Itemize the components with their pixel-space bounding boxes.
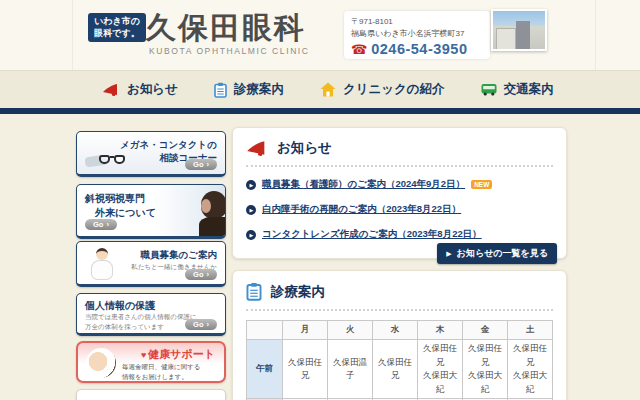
banner-subtitle: 当院では患者さんの個人情報の保護に 万全の体制を採っています bbox=[85, 312, 197, 332]
schedule-cell: 久保田任兄 久保田大紀 bbox=[508, 340, 553, 399]
nurse-illustration bbox=[89, 248, 115, 282]
nurse-photo bbox=[86, 348, 116, 378]
sidebar-banner-privacy[interactable]: 個人情報の保護 当院では患者さんの個人情報の保護に 万全の体制を採っています G… bbox=[76, 293, 226, 336]
clinic-name: 久保田眼科 bbox=[146, 8, 306, 49]
news-more-button[interactable]: ▶ お知らせの一覧を見る bbox=[437, 243, 557, 264]
col-header: 火 bbox=[328, 321, 373, 340]
main-nav: お知らせ 診療案内 クリニックの紹介 交通案内 bbox=[0, 70, 640, 108]
banner-subtitle: 毎週金曜日、健康に関する 情報をお届けします。 bbox=[122, 362, 200, 383]
phone-icon: ☎ bbox=[351, 43, 367, 56]
nav-item-schedule[interactable]: 診療案内 bbox=[214, 81, 284, 98]
schedule-cell: 久保田温子 bbox=[328, 340, 373, 399]
schedule-table: 月 火 水 木 金 土 午前 久保田任兄 久保田温子 久保田任兄 久保田任兄 久… bbox=[246, 320, 553, 400]
clinic-name-en: KUBOTA OPHTHALMIC CLINIC bbox=[149, 46, 310, 56]
section-title: お知らせ bbox=[277, 139, 332, 157]
news-item[interactable]: ▶ 白内障手術の再開のご案内（2023年8月22日） bbox=[246, 203, 553, 216]
go-button[interactable]: Go› bbox=[185, 269, 217, 280]
chevron-right-icon: › bbox=[207, 160, 210, 169]
chevron-right-icon: › bbox=[207, 320, 210, 329]
banner-title: 職員募集のご案内 bbox=[141, 248, 217, 261]
col-header: 土 bbox=[508, 321, 553, 340]
schedule-cell: 久保田任兄 bbox=[373, 340, 418, 399]
phone-number: 0246-54-3950 bbox=[371, 41, 467, 57]
news-link[interactable]: 職員募集（看護師）のご案内（2024年9月2日） bbox=[262, 178, 465, 191]
bullet-arrow-icon: ▶ bbox=[246, 180, 256, 190]
sidebar-banner-recruit[interactable]: 職員募集のご案内 私たちと一緒に働きませんか Go› bbox=[76, 241, 226, 287]
schedule-section: 診療案内 月 火 水 木 金 土 午前 久保田任兄 久保田温子 bbox=[232, 270, 567, 400]
patient-photo bbox=[195, 191, 226, 237]
header: いわき市の 眼科です。 久保田眼科 KUBOTA OPHTHALMIC CLIN… bbox=[0, 0, 640, 70]
new-badge: NEW bbox=[471, 180, 492, 189]
go-button[interactable]: Go› bbox=[185, 159, 217, 170]
news-more-label: お知らせの一覧を見る bbox=[457, 247, 548, 260]
megaphone-icon bbox=[102, 83, 120, 96]
nav-item-clinic-intro[interactable]: クリニックの紹介 bbox=[320, 81, 445, 98]
news-item[interactable]: ▶ コンタクトレンズ作成のご案内（2023年8月22日） bbox=[246, 228, 553, 241]
col-header: 木 bbox=[418, 321, 463, 340]
house-icon bbox=[320, 82, 336, 97]
clipboard-icon bbox=[214, 82, 227, 98]
news-link[interactable]: 白内障手術の再開のご案内（2023年8月22日） bbox=[262, 203, 461, 216]
clinic-badge: いわき市の 眼科です。 bbox=[88, 13, 146, 42]
arrow-right-icon: ▶ bbox=[446, 250, 451, 258]
heart-icon: ♥ bbox=[141, 350, 146, 360]
go-button[interactable]: Go› bbox=[185, 319, 217, 330]
postal-code: 〒971-8101 bbox=[351, 16, 483, 27]
go-button[interactable]: Go› bbox=[85, 219, 117, 230]
schedule-cell: 久保田任兄 bbox=[283, 340, 328, 399]
col-header: 金 bbox=[463, 321, 508, 340]
nav-label: クリニックの紹介 bbox=[343, 81, 445, 98]
col-header bbox=[247, 321, 283, 340]
schedule-row-am: 午前 久保田任兄 久保田温子 久保田任兄 久保田任兄 久保田大紀 久保田任兄 久… bbox=[247, 340, 553, 399]
sidebar-banner-clipped bbox=[76, 389, 226, 400]
nav-label: 診療案内 bbox=[234, 81, 284, 98]
page: いわき市の 眼科です。 久保田眼科 KUBOTA OPHTHALMIC CLIN… bbox=[0, 0, 640, 400]
banner-title: ♥健康サポート bbox=[141, 347, 215, 362]
news-list: ▶ 職員募集（看護師）のご案内（2024年9月2日） NEW ▶ 白内障手術の再… bbox=[246, 178, 553, 241]
divider-bar bbox=[0, 108, 640, 114]
phone-row: ☎ 0246-54-3950 bbox=[351, 41, 483, 57]
bullet-arrow-icon: ▶ bbox=[246, 230, 256, 240]
banner-title: 斜視弱視専門 外来について bbox=[85, 192, 156, 220]
sidebar-banner-glasses-contact[interactable]: メガネ・コンタクトの 相談コーナー Go› bbox=[76, 131, 226, 177]
schedule-heading: 診療案内 bbox=[246, 282, 553, 311]
bullet-arrow-icon: ▶ bbox=[246, 205, 256, 215]
section-title: 診療案内 bbox=[271, 283, 325, 301]
chevron-right-icon: › bbox=[106, 220, 109, 229]
clipboard-icon bbox=[246, 282, 262, 301]
col-header: 月 bbox=[283, 321, 328, 340]
banner-title: 個人情報の保護 bbox=[85, 299, 155, 313]
nav-item-access[interactable]: 交通案内 bbox=[481, 81, 554, 98]
megaphone-icon bbox=[246, 140, 268, 156]
schedule-header-row: 月 火 水 木 金 土 bbox=[247, 321, 553, 340]
nav-item-news[interactable]: お知らせ bbox=[102, 81, 178, 98]
news-section: お知らせ ▶ 職員募集（看護師）のご案内（2024年9月2日） NEW ▶ 白内… bbox=[232, 127, 567, 259]
clinic-photo bbox=[491, 9, 547, 51]
contact-box: 〒971-8101 福島県いわき市小名浜宇横町37 ☎ 0246-54-3950 bbox=[344, 11, 490, 59]
news-link[interactable]: コンタクトレンズ作成のご案内（2023年8月22日） bbox=[262, 228, 482, 241]
nav-label: お知らせ bbox=[127, 81, 178, 98]
row-label: 午前 bbox=[247, 340, 283, 399]
col-header: 水 bbox=[373, 321, 418, 340]
nav-label: 交通案内 bbox=[504, 81, 554, 98]
news-heading: お知らせ bbox=[246, 139, 553, 167]
schedule-cell: 久保田任兄 久保田大紀 bbox=[418, 340, 463, 399]
clinic-building-image bbox=[493, 11, 545, 49]
schedule-cell: 久保田任兄 久保田大紀 bbox=[463, 340, 508, 399]
sidebar-banner-health-support[interactable]: ♥健康サポート 毎週金曜日、健康に関する 情報をお届けします。 bbox=[76, 341, 226, 383]
chevron-right-icon: › bbox=[207, 270, 210, 279]
bus-icon bbox=[481, 83, 497, 96]
sidebar-banner-strabismus[interactable]: 斜視弱視専門 外来について Go› bbox=[76, 184, 226, 239]
news-item[interactable]: ▶ 職員募集（看護師）のご案内（2024年9月2日） NEW bbox=[246, 178, 553, 191]
address: 福島県いわき市小名浜宇横町37 bbox=[351, 28, 483, 39]
